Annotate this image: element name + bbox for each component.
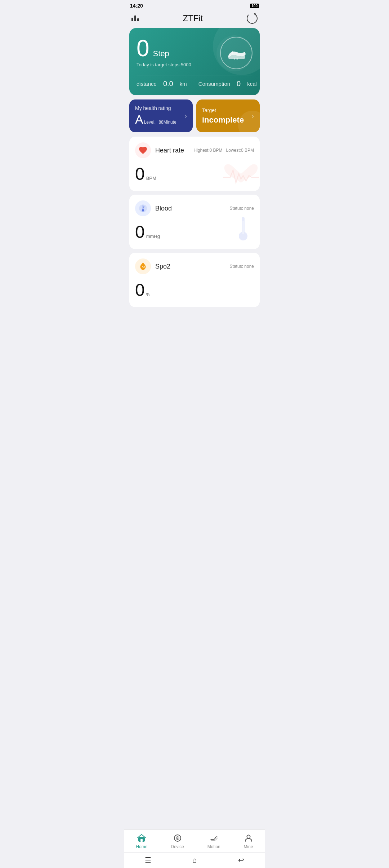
status-bar: 14:20 100 — [124, 0, 265, 10]
svg-rect-4 — [143, 205, 143, 209]
highest-label: Highest: — [194, 148, 210, 153]
heart-rate-stats: Highest:0 BPM Lowest:0 BPM — [194, 148, 254, 153]
steps-divider — [137, 75, 252, 75]
consumption-unit: kcal — [247, 81, 257, 87]
heart-wave-bg — [223, 163, 255, 188]
health-card-chevron-icon: › — [185, 112, 187, 120]
highest-value: 0 — [210, 148, 212, 153]
status-icons: 100 — [250, 4, 259, 8]
heart-icon-circle — [135, 142, 151, 158]
svg-rect-10 — [242, 221, 244, 234]
spo2-value-row: 0 % — [135, 280, 254, 300]
target-card-chevron-icon: › — [252, 112, 254, 120]
svg-rect-7 — [143, 207, 144, 208]
target-card-value: incomplete — [202, 115, 244, 125]
health-card-content: My health rating A Level、88Minute — [135, 105, 176, 127]
blood-title: Blood — [155, 205, 172, 212]
health-rating-card[interactable]: My health rating A Level、88Minute › — [129, 99, 193, 132]
app-header: ZTFit — [124, 10, 265, 28]
shoe-icon-circle — [220, 37, 252, 69]
step-label: Step — [153, 49, 169, 58]
shoe-icon — [227, 45, 246, 61]
scroll-area: 0 Step Today is target steps:5000 distan… — [124, 28, 265, 354]
blood-header-left: Blood — [135, 200, 172, 216]
status-time: 14:20 — [130, 3, 143, 9]
blood-card[interactable]: Blood Status: none 0 mmHg — [129, 195, 260, 249]
lowest-unit: BPM — [245, 148, 254, 153]
distance-value: 0.0 — [163, 80, 173, 88]
lowest-label: Lowest: — [226, 148, 241, 153]
svg-point-5 — [142, 209, 144, 212]
thermometer-bg-svg — [232, 215, 254, 244]
target-card-content: Target incomplete — [202, 107, 244, 125]
lowest-value: 0 — [241, 148, 243, 153]
heart-icon — [138, 146, 148, 155]
step-main: 0 Step Today is target steps:5000 — [137, 37, 252, 69]
spo2-icon: O2 — [138, 262, 148, 271]
heart-rate-card[interactable]: Heart rate Highest:0 BPM Lowest:0 BPM 0 … — [129, 137, 260, 191]
svg-rect-0 — [234, 58, 235, 59]
svg-rect-1 — [236, 58, 238, 59]
blood-bg-icon — [232, 215, 254, 245]
blood-status: Status: none — [230, 206, 254, 211]
heart-rate-value: 0 — [135, 164, 145, 184]
consumption-label: Consumption — [198, 81, 230, 87]
cards-row: My health rating A Level、88Minute › Targ… — [129, 99, 260, 132]
consumption-value: 0 — [237, 80, 241, 88]
menu-icon[interactable] — [131, 15, 139, 21]
heart-rate-title: Heart rate — [155, 147, 184, 154]
health-level-letter: A — [135, 112, 143, 127]
spo2-header: O2 Spo2 Status: none — [135, 258, 254, 274]
refresh-icon[interactable] — [247, 13, 258, 24]
svg-text:O2: O2 — [142, 266, 145, 269]
spo2-title: Spo2 — [155, 263, 170, 270]
blood-header: Blood Status: none — [135, 200, 254, 216]
spo2-value: 0 — [135, 280, 145, 300]
health-card-title: My health rating — [135, 105, 176, 111]
spo2-header-left: O2 Spo2 — [135, 258, 170, 274]
step-number: 0 — [137, 37, 149, 60]
heart-wave-svg — [223, 163, 259, 188]
step-target-text: Today is target steps:5000 — [137, 62, 191, 67]
blood-icon-circle — [135, 200, 151, 216]
target-card-title: Target — [202, 107, 244, 113]
spo2-status: Status: none — [230, 264, 254, 269]
heart-rate-unit: BPM — [146, 176, 156, 181]
step-count-row: 0 Step — [137, 37, 191, 60]
blood-thermometer-icon — [138, 204, 148, 213]
steps-footer: distance 0.0 km Consumption 0 kcal — [137, 80, 252, 88]
distance-unit: km — [180, 81, 187, 87]
spo2-unit: % — [146, 292, 151, 297]
svg-rect-6 — [143, 206, 144, 207]
health-card-level: A Level、88Minute — [135, 112, 176, 127]
blood-unit: mmHg — [146, 234, 160, 239]
target-card[interactable]: Target incomplete › — [196, 99, 260, 132]
distance-label: distance — [137, 81, 157, 87]
highest-unit: BPM — [213, 148, 223, 153]
steps-card[interactable]: 0 Step Today is target steps:5000 distan… — [129, 28, 260, 95]
step-count-area: 0 Step Today is target steps:5000 — [137, 37, 191, 67]
battery-icon: 100 — [250, 4, 259, 8]
health-level-text: Level、88Minute — [144, 119, 176, 125]
heart-rate-header: Heart rate Highest:0 BPM Lowest:0 BPM — [135, 142, 254, 158]
app-title: ZTFit — [183, 13, 203, 23]
blood-value: 0 — [135, 222, 145, 242]
heart-rate-header-left: Heart rate — [135, 142, 184, 158]
spo2-card[interactable]: O2 Spo2 Status: none 0 % — [129, 253, 260, 307]
spo2-icon-circle: O2 — [135, 258, 151, 274]
